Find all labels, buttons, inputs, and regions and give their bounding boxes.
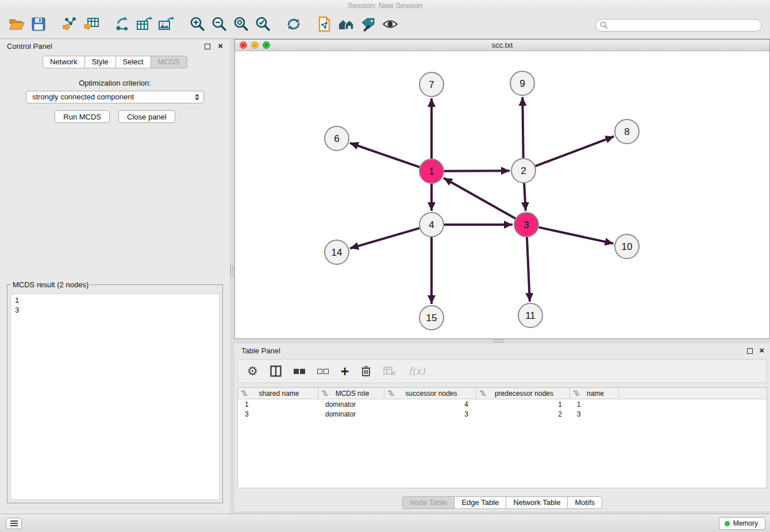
- table-body: 1dominator4113dominator323: [238, 399, 767, 419]
- search-input[interactable]: [595, 19, 762, 32]
- close-window-icon[interactable]: ×: [240, 41, 247, 49]
- minimize-window-icon[interactable]: −: [251, 41, 259, 49]
- table-cell: 1: [570, 400, 619, 408]
- network-window: × − + scc.txt 1234678910111415: [234, 39, 770, 339]
- open-file-button[interactable]: [6, 14, 28, 36]
- export-image-button[interactable]: [155, 14, 177, 36]
- svg-text:14: 14: [332, 247, 342, 258]
- home-button[interactable]: [336, 14, 357, 36]
- select-stepper-icon: [195, 94, 199, 101]
- graph-node-3[interactable]: 3: [514, 213, 538, 237]
- graph-edge-1-6[interactable]: [350, 143, 420, 167]
- table-settings-icon[interactable]: ⚙: [247, 365, 258, 377]
- show-columns-icon[interactable]: [270, 365, 282, 377]
- graph-node-14[interactable]: 14: [325, 240, 349, 264]
- memory-label: Memory: [733, 519, 758, 527]
- float-table-panel-icon[interactable]: [747, 348, 753, 354]
- float-panel-icon[interactable]: [205, 44, 210, 49]
- import-network-button[interactable]: [59, 14, 80, 36]
- open-folder-icon: [9, 17, 25, 33]
- tab-mcds[interactable]: MCDS: [151, 56, 187, 68]
- column-header-predecessor-nodes[interactable]: predecessor nodes: [476, 388, 570, 399]
- graph-edge-2-3[interactable]: [524, 183, 526, 211]
- optimization-criterion-select[interactable]: strongly connected component: [26, 91, 204, 103]
- graph-edge-3-1[interactable]: [444, 178, 515, 218]
- graph-node-2[interactable]: 2: [511, 159, 536, 183]
- graph-node-8[interactable]: 8: [615, 119, 639, 144]
- tab-style[interactable]: Style: [84, 56, 116, 68]
- refresh-layout-button[interactable]: [283, 14, 305, 36]
- control-panel-title: Control Panel: [7, 42, 52, 51]
- graph-node-11[interactable]: 11: [518, 303, 542, 327]
- table-tab-node-table[interactable]: Node Table: [402, 496, 455, 509]
- graph-edge-3-11[interactable]: [527, 237, 530, 302]
- import-network-icon: [61, 17, 78, 34]
- delete-column-icon[interactable]: [361, 365, 371, 377]
- control-panel: Control Panel × NetworkStyleSelectMCDS O…: [0, 39, 230, 514]
- column-header-successor-nodes[interactable]: successor nodes: [384, 388, 476, 399]
- graph-node-1[interactable]: 1: [419, 159, 444, 183]
- horizontal-splitter-handle[interactable]: [493, 340, 505, 342]
- annotation-button[interactable]: [357, 14, 379, 36]
- save-session-button[interactable]: [28, 14, 49, 36]
- svg-text:6: 6: [334, 133, 339, 144]
- column-header-shared-name[interactable]: shared name: [238, 388, 318, 399]
- close-table-panel-icon[interactable]: ×: [759, 345, 764, 356]
- table-row[interactable]: 3dominator323: [238, 409, 767, 419]
- close-panel-button[interactable]: Close panel: [118, 110, 175, 123]
- svg-text:9: 9: [519, 78, 525, 89]
- table-cell: 4: [384, 400, 476, 408]
- mcds-result-list[interactable]: 13: [10, 294, 220, 500]
- eye-icon: [382, 18, 398, 33]
- memory-button[interactable]: Memory: [719, 517, 765, 530]
- table-tab-motifs[interactable]: Motifs: [567, 496, 602, 509]
- graph-edge-2-8[interactable]: [536, 136, 614, 166]
- vertical-splitter-handle[interactable]: [230, 265, 233, 277]
- column-header-name[interactable]: name: [570, 388, 619, 399]
- node-table: shared nameMCDS rolesuccessor nodesprede…: [237, 387, 767, 488]
- show-hide-button[interactable]: [379, 14, 401, 36]
- window-titlebar[interactable]: Session: New Session: [0, 0, 770, 11]
- graph-node-9[interactable]: 9: [510, 71, 534, 95]
- table-tab-network-table[interactable]: Network Table: [506, 496, 568, 509]
- graph-node-10[interactable]: 10: [615, 234, 639, 259]
- import-table-button[interactable]: [80, 14, 102, 36]
- graph-edge-2-9[interactable]: [522, 97, 523, 158]
- graph-node-6[interactable]: 6: [325, 126, 349, 151]
- table-cell: 3: [570, 410, 619, 418]
- graph-node-7[interactable]: 7: [419, 72, 444, 97]
- network-window-titlebar[interactable]: × − + scc.txt: [235, 40, 769, 51]
- tab-network[interactable]: Network: [43, 56, 85, 68]
- graph-node-4[interactable]: 4: [419, 213, 444, 237]
- run-mcds-button[interactable]: Run MCDS: [55, 110, 110, 123]
- tab-select[interactable]: Select: [116, 56, 151, 68]
- svg-text:10: 10: [622, 241, 633, 252]
- graph-edge-3-10[interactable]: [538, 228, 613, 244]
- document-share-button[interactable]: [314, 14, 336, 36]
- close-panel-icon[interactable]: ×: [218, 41, 223, 51]
- document-share-icon: [317, 16, 332, 34]
- export-table-button[interactable]: [133, 14, 155, 36]
- network-canvas[interactable]: 1234678910111415: [235, 51, 769, 338]
- column-header-MCDS-role[interactable]: MCDS role: [318, 388, 384, 399]
- memory-status-icon: [725, 521, 730, 526]
- select-all-icon[interactable]: [294, 369, 305, 374]
- show-panels-button[interactable]: [6, 518, 22, 529]
- zoom-out-button[interactable]: [208, 14, 230, 36]
- table-row[interactable]: 1dominator411: [238, 399, 767, 409]
- zoom-selected-button[interactable]: [252, 14, 274, 36]
- zoom-selected-icon: [255, 16, 271, 34]
- zoom-fit-button[interactable]: [230, 14, 252, 36]
- add-column-icon[interactable]: +: [341, 365, 349, 377]
- maximize-window-icon[interactable]: +: [263, 41, 270, 49]
- graph-node-15[interactable]: 15: [419, 306, 444, 330]
- table-cell: dominator: [318, 410, 384, 418]
- table-tab-edge-table[interactable]: Edge Table: [454, 496, 506, 509]
- graph-edge-4-14[interactable]: [350, 228, 419, 248]
- table-panel: Table Panel × ⚙ +: [234, 344, 770, 511]
- graph-edge-1-2[interactable]: [444, 171, 510, 171]
- export-network-button[interactable]: [111, 14, 133, 36]
- unselect-all-icon[interactable]: [317, 369, 329, 374]
- svg-text:7: 7: [429, 79, 434, 90]
- zoom-in-button[interactable]: [186, 14, 208, 36]
